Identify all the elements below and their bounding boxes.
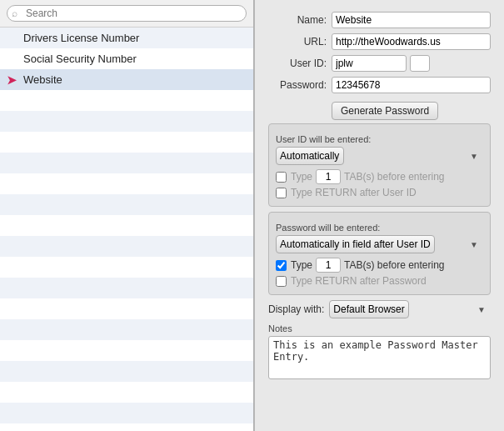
password-type-row: Type TAB(s) before entering [276,258,483,273]
password-type-stepper[interactable] [316,258,341,273]
userid-return-label: Type RETURN after User ID [291,187,417,198]
list-item-empty [0,382,253,403]
list-item-empty [0,319,253,340]
list-item-empty [0,215,253,236]
userid-dropdown-wrapper: Automatically ▼ [276,147,483,165]
userid-section-box: User ID will be entered: Automatically ▼… [268,123,491,207]
list-item-empty [0,257,253,278]
userid-type-row: Type TAB(s) before entering [276,169,483,184]
notes-label: Notes [268,323,491,333]
list-item-empty [0,132,253,153]
url-row: URL: [268,33,491,50]
userid-section-label: User ID will be entered: [276,134,483,144]
userid-dropdown-row: Automatically ▼ [276,147,483,165]
search-bar: ⌕ [0,0,253,28]
name-input[interactable] [332,12,491,28]
userid-type-label: Type [291,171,312,183]
userid-dropdown[interactable]: Automatically [276,147,344,165]
search-icon: ⌕ [12,8,17,19]
userid-type-checkbox[interactable] [276,172,287,183]
userid-type-stepper[interactable] [316,169,341,184]
password-dropdown-arrow-icon: ▼ [470,240,478,249]
password-return-row: Type RETURN after Password [276,275,483,287]
name-label: Name: [268,14,327,26]
password-type-label: Type [291,259,312,271]
password-return-checkbox[interactable] [276,276,287,287]
password-input[interactable] [332,77,491,93]
list-item[interactable]: Social Security Number [0,48,253,69]
list-item-empty [0,236,253,257]
display-dropdown-wrapper: Default Browser ▼ [329,300,491,318]
list-item-website[interactable]: ➤ Website [0,69,253,90]
list-item-empty [0,173,253,194]
userid-extra-box [410,55,430,72]
userid-row: User ID: [268,55,491,72]
notes-section: Notes This is an example Password Master… [268,323,491,382]
userid-return-checkbox[interactable] [276,188,287,198]
list-item-empty [0,90,253,111]
list-item[interactable]: Drivers License Number [0,28,253,48]
list-items: Drivers License Number Social Security N… [0,28,253,431]
search-input[interactable] [7,5,247,22]
password-tabs-label: TAB(s) before entering [344,259,445,271]
name-row: Name: [268,12,491,28]
display-dropdown-arrow-icon: ▼ [477,305,486,314]
password-dropdown-wrapper: Automatically in field after User ID ▼ [276,235,483,253]
userid-label: User ID: [268,58,327,69]
search-wrapper: ⌕ [7,5,247,22]
password-dropdown[interactable]: Automatically in field after User ID [276,235,435,253]
userid-input[interactable] [332,55,407,72]
arrow-icon: ➤ [7,73,17,87]
display-with-label: Display with: [268,303,324,315]
list-item-label: Drivers License Number [23,32,139,44]
list-item-empty [0,194,253,215]
userid-return-row: Type RETURN after User ID [276,187,483,198]
list-item-label: Social Security Number [23,53,137,65]
password-dropdown-row: Automatically in field after User ID ▼ [276,235,483,253]
url-input[interactable] [332,33,491,50]
display-dropdown[interactable]: Default Browser [329,300,409,318]
list-item-empty [0,278,253,298]
generate-password-button[interactable]: Generate Password [332,102,438,120]
list-item-label: Website [23,73,62,86]
password-type-checkbox[interactable] [276,260,287,271]
right-panel: Name: URL: User ID: Password: Generate P… [254,0,504,431]
password-section-label: Password will be entered: [276,223,483,233]
userid-tabs-label: TAB(s) before entering [344,171,445,183]
list-item-empty [0,111,253,132]
display-with-row: Display with: Default Browser ▼ [268,300,491,318]
userid-inputs [332,55,430,72]
list-item-empty [0,153,253,173]
list-item-empty [0,361,253,382]
list-item-empty [0,403,253,423]
list-item-empty [0,298,253,319]
url-label: URL: [268,36,327,48]
userid-dropdown-arrow-icon: ▼ [470,152,478,161]
generate-row: Generate Password [268,98,491,123]
password-label: Password: [268,79,327,91]
list-item-empty [0,340,253,361]
left-panel: ⌕ Drivers License Number Social Security… [0,0,254,431]
password-return-label: Type RETURN after Password [291,275,427,287]
password-section-box: Password will be entered: Automatically … [268,212,491,295]
notes-textarea[interactable]: This is an example Password Master Entry… [268,336,491,379]
password-row: Password: [268,77,491,93]
